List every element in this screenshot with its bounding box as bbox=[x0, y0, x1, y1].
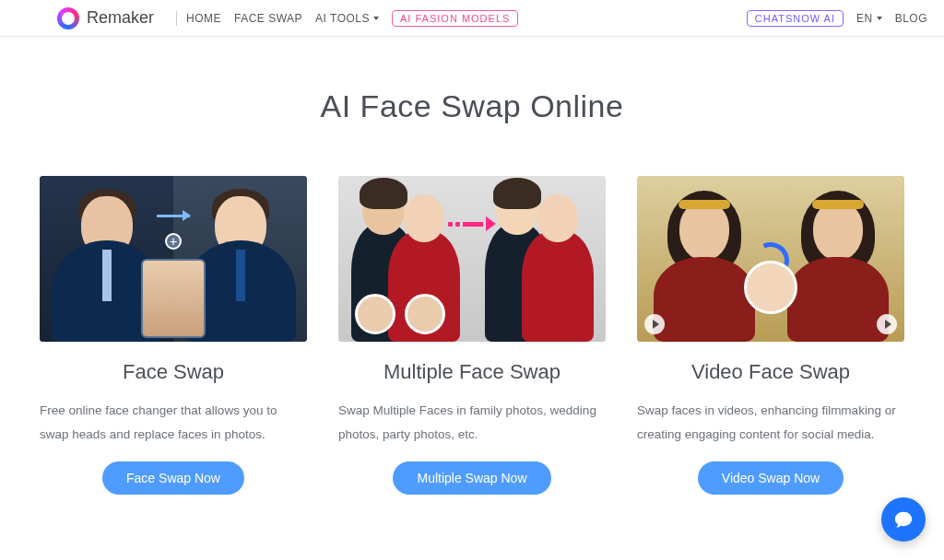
card-face-swap: + Face Swap Free online face changer tha… bbox=[40, 176, 307, 495]
plus-icon: + bbox=[165, 233, 182, 250]
card-video-title: Video Face Swap bbox=[637, 360, 904, 384]
face-circle-icon bbox=[744, 261, 797, 314]
nav-face-swap[interactable]: FACE SWAP bbox=[234, 12, 302, 25]
face-circle-icon bbox=[355, 294, 395, 334]
nav-blog[interactable]: BLOG bbox=[895, 12, 927, 25]
nav-home[interactable]: HOME bbox=[186, 12, 221, 25]
face-swap-now-button[interactable]: Face Swap Now bbox=[102, 461, 244, 495]
chat-button[interactable] bbox=[881, 497, 926, 542]
language-label: EN bbox=[856, 12, 873, 25]
multiple-swap-now-button[interactable]: Multiple Swap Now bbox=[393, 461, 550, 495]
face-inset-icon bbox=[141, 259, 206, 338]
site-header: Remaker HOME FACE SWAP AI TOOLS AI FASIO… bbox=[0, 0, 944, 37]
card-multiple-title: Multiple Face Swap bbox=[338, 360, 606, 384]
arrow-right-icon bbox=[157, 215, 190, 217]
nav-fashion-models[interactable]: AI FASION MODELS bbox=[392, 10, 518, 27]
card-multiple-thumbnail[interactable] bbox=[338, 176, 606, 342]
chevron-down-icon bbox=[877, 17, 882, 20]
feature-cards: + Face Swap Free online face changer tha… bbox=[0, 176, 944, 495]
card-multiple-desc: Swap Multiple Faces in family photos, we… bbox=[338, 399, 606, 449]
logo-icon bbox=[57, 7, 79, 29]
logo[interactable]: Remaker bbox=[57, 7, 154, 29]
nav-ai-tools-label: AI TOOLS bbox=[315, 12, 370, 25]
card-video-thumbnail[interactable] bbox=[637, 176, 904, 342]
brand-name: Remaker bbox=[87, 8, 154, 28]
primary-nav: HOME FACE SWAP AI TOOLS AI FASION MODELS bbox=[186, 10, 518, 27]
card-face-swap-thumbnail[interactable]: + bbox=[40, 176, 307, 342]
play-icon bbox=[877, 314, 897, 334]
video-swap-now-button[interactable]: Video Swap Now bbox=[698, 461, 844, 495]
nav-ai-tools[interactable]: AI TOOLS bbox=[315, 12, 379, 25]
language-selector[interactable]: EN bbox=[856, 12, 882, 25]
page-title: AI Face Swap Online bbox=[0, 88, 944, 124]
card-video-face-swap: Video Face Swap Swap faces in videos, en… bbox=[637, 176, 904, 495]
chevron-down-icon bbox=[373, 17, 379, 20]
secondary-nav: CHATSNOW AI EN BLOG bbox=[747, 10, 927, 27]
card-face-swap-desc: Free online face changer that allows you… bbox=[40, 399, 307, 449]
card-video-desc: Swap faces in videos, enhancing filmmaki… bbox=[637, 399, 904, 449]
play-icon bbox=[644, 314, 665, 334]
nav-chatsnow[interactable]: CHATSNOW AI bbox=[747, 10, 844, 27]
card-face-swap-title: Face Swap bbox=[40, 360, 307, 384]
face-circle-icon bbox=[405, 294, 445, 334]
header-divider bbox=[176, 11, 177, 26]
card-multiple-face-swap: Multiple Face Swap Swap Multiple Faces i… bbox=[338, 176, 606, 495]
arrow-right-icon bbox=[448, 216, 496, 231]
chat-icon bbox=[893, 509, 914, 530]
